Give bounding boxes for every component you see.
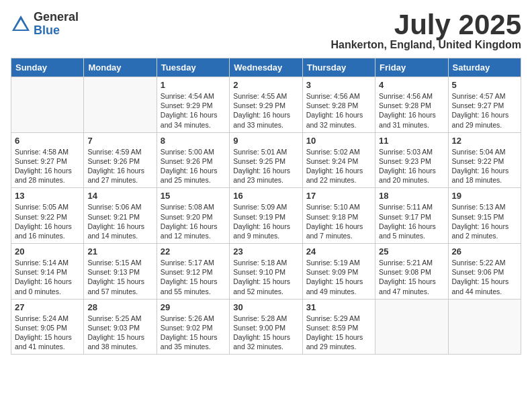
day-info: Sunrise: 4:54 AMSunset: 9:29 PMDaylight:… [161, 91, 226, 130]
calendar-cell [375, 299, 448, 355]
calendar-week-2: 6Sunrise: 4:58 AMSunset: 9:27 PMDaylight… [11, 132, 521, 188]
calendar-cell [448, 299, 521, 355]
day-info: Sunrise: 5:00 AMSunset: 9:26 PMDaylight:… [161, 147, 226, 185]
day-number: 10 [306, 136, 371, 146]
day-info: Sunrise: 4:56 AMSunset: 9:28 PMDaylight:… [306, 91, 371, 130]
day-number: 8 [161, 136, 226, 146]
calendar-cell: 17Sunrise: 5:10 AMSunset: 9:18 PMDayligh… [302, 188, 375, 244]
calendar-cell: 27Sunrise: 5:24 AMSunset: 9:05 PMDayligh… [11, 299, 84, 355]
day-number: 26 [452, 246, 517, 257]
calendar-cell: 1Sunrise: 4:54 AMSunset: 9:29 PMDaylight… [157, 77, 229, 133]
calendar-cell: 6Sunrise: 4:58 AMSunset: 9:27 PMDaylight… [11, 132, 84, 188]
day-info: Sunrise: 5:05 AMSunset: 9:22 PMDaylight:… [15, 202, 80, 240]
day-info: Sunrise: 5:26 AMSunset: 9:02 PMDaylight:… [161, 314, 226, 352]
day-number: 21 [87, 246, 152, 257]
day-info: Sunrise: 5:09 AMSunset: 9:19 PMDaylight:… [233, 202, 298, 240]
day-number: 6 [15, 136, 80, 146]
calendar-cell: 22Sunrise: 5:17 AMSunset: 9:12 PMDayligh… [157, 244, 229, 300]
day-info: Sunrise: 5:24 AMSunset: 9:05 PMDaylight:… [15, 314, 80, 352]
day-info: Sunrise: 5:13 AMSunset: 9:15 PMDaylight:… [452, 202, 517, 240]
day-number: 16 [233, 191, 298, 201]
calendar-cell: 12Sunrise: 5:04 AMSunset: 9:22 PMDayligh… [448, 132, 521, 188]
day-number: 19 [452, 191, 517, 201]
calendar-cell: 21Sunrise: 5:15 AMSunset: 9:13 PMDayligh… [84, 244, 157, 300]
calendar-cell: 9Sunrise: 5:01 AMSunset: 9:25 PMDaylight… [230, 132, 302, 188]
day-info: Sunrise: 5:11 AMSunset: 9:17 PMDaylight:… [379, 202, 444, 240]
day-info: Sunrise: 5:18 AMSunset: 9:10 PMDaylight:… [233, 258, 298, 296]
calendar-header-sunday: Sunday [11, 58, 84, 77]
calendar-header-tuesday: Tuesday [157, 58, 229, 77]
day-number: 13 [15, 191, 80, 201]
day-number: 24 [306, 246, 371, 257]
logo: General Blue [11, 11, 79, 38]
day-number: 28 [87, 302, 152, 312]
calendar-cell: 18Sunrise: 5:11 AMSunset: 9:17 PMDayligh… [375, 188, 448, 244]
day-number: 22 [161, 246, 226, 257]
title-area: July 2025 Hankerton, England, United Kin… [330, 11, 521, 51]
calendar-cell: 3Sunrise: 4:56 AMSunset: 9:28 PMDaylight… [302, 77, 375, 133]
calendar-cell: 23Sunrise: 5:18 AMSunset: 9:10 PMDayligh… [230, 244, 302, 300]
day-info: Sunrise: 5:22 AMSunset: 9:06 PMDaylight:… [452, 258, 517, 296]
calendar-cell: 20Sunrise: 5:14 AMSunset: 9:14 PMDayligh… [11, 244, 84, 300]
day-number: 1 [161, 80, 226, 90]
day-number: 18 [379, 191, 444, 201]
day-info: Sunrise: 4:55 AMSunset: 9:29 PMDaylight:… [233, 91, 298, 130]
day-number: 3 [306, 80, 371, 90]
day-number: 17 [306, 191, 371, 201]
day-number: 23 [233, 246, 298, 257]
calendar-header-saturday: Saturday [448, 58, 521, 77]
day-number: 27 [15, 302, 80, 312]
calendar: SundayMondayTuesdayWednesdayThursdayFrid… [11, 58, 521, 355]
location-title: Hankerton, England, United Kingdom [330, 39, 521, 51]
calendar-cell: 29Sunrise: 5:26 AMSunset: 9:02 PMDayligh… [157, 299, 229, 355]
day-info: Sunrise: 5:02 AMSunset: 9:24 PMDaylight:… [306, 147, 371, 185]
logo-blue: Blue [34, 24, 79, 38]
day-info: Sunrise: 5:15 AMSunset: 9:13 PMDaylight:… [87, 258, 152, 296]
day-number: 11 [379, 136, 444, 146]
day-number: 5 [452, 80, 517, 90]
day-number: 4 [379, 80, 444, 90]
day-info: Sunrise: 5:01 AMSunset: 9:25 PMDaylight:… [233, 147, 298, 185]
calendar-cell: 26Sunrise: 5:22 AMSunset: 9:06 PMDayligh… [448, 244, 521, 300]
day-info: Sunrise: 4:57 AMSunset: 9:27 PMDaylight:… [452, 91, 517, 130]
calendar-cell: 13Sunrise: 5:05 AMSunset: 9:22 PMDayligh… [11, 188, 84, 244]
day-number: 14 [87, 191, 152, 201]
calendar-week-1: 1Sunrise: 4:54 AMSunset: 9:29 PMDaylight… [11, 77, 521, 133]
logo-icon [11, 14, 31, 34]
logo-general: General [34, 11, 79, 24]
calendar-cell: 5Sunrise: 4:57 AMSunset: 9:27 PMDaylight… [448, 77, 521, 133]
day-info: Sunrise: 5:28 AMSunset: 9:00 PMDaylight:… [233, 314, 298, 352]
calendar-cell: 25Sunrise: 5:21 AMSunset: 9:08 PMDayligh… [375, 244, 448, 300]
calendar-cell: 2Sunrise: 4:55 AMSunset: 9:29 PMDaylight… [230, 77, 302, 133]
day-info: Sunrise: 5:19 AMSunset: 9:09 PMDaylight:… [306, 258, 371, 296]
calendar-cell: 11Sunrise: 5:03 AMSunset: 9:23 PMDayligh… [375, 132, 448, 188]
day-number: 29 [161, 302, 226, 312]
day-info: Sunrise: 5:04 AMSunset: 9:22 PMDaylight:… [452, 147, 517, 185]
logo-text: General Blue [34, 11, 79, 38]
day-number: 30 [233, 302, 298, 312]
calendar-body: 1Sunrise: 4:54 AMSunset: 9:29 PMDaylight… [11, 77, 521, 355]
day-info: Sunrise: 5:06 AMSunset: 9:21 PMDaylight:… [87, 202, 152, 240]
day-info: Sunrise: 5:03 AMSunset: 9:23 PMDaylight:… [379, 147, 444, 185]
calendar-header-wednesday: Wednesday [230, 58, 302, 77]
calendar-cell: 7Sunrise: 4:59 AMSunset: 9:26 PMDaylight… [84, 132, 157, 188]
calendar-cell: 14Sunrise: 5:06 AMSunset: 9:21 PMDayligh… [84, 188, 157, 244]
header: General Blue July 2025 Hankerton, Englan… [11, 11, 521, 51]
calendar-week-5: 27Sunrise: 5:24 AMSunset: 9:05 PMDayligh… [11, 299, 521, 355]
day-number: 2 [233, 80, 298, 90]
calendar-cell [84, 77, 157, 133]
day-info: Sunrise: 5:17 AMSunset: 9:12 PMDaylight:… [161, 258, 226, 296]
calendar-cell: 15Sunrise: 5:08 AMSunset: 9:20 PMDayligh… [157, 188, 229, 244]
day-info: Sunrise: 4:56 AMSunset: 9:28 PMDaylight:… [379, 91, 444, 130]
calendar-header-thursday: Thursday [302, 58, 375, 77]
calendar-week-3: 13Sunrise: 5:05 AMSunset: 9:22 PMDayligh… [11, 188, 521, 244]
day-info: Sunrise: 5:10 AMSunset: 9:18 PMDaylight:… [306, 202, 371, 240]
calendar-cell: 10Sunrise: 5:02 AMSunset: 9:24 PMDayligh… [302, 132, 375, 188]
day-info: Sunrise: 5:25 AMSunset: 9:03 PMDaylight:… [87, 314, 152, 352]
calendar-cell: 28Sunrise: 5:25 AMSunset: 9:03 PMDayligh… [84, 299, 157, 355]
calendar-cell: 16Sunrise: 5:09 AMSunset: 9:19 PMDayligh… [230, 188, 302, 244]
calendar-cell: 19Sunrise: 5:13 AMSunset: 9:15 PMDayligh… [448, 188, 521, 244]
calendar-cell: 4Sunrise: 4:56 AMSunset: 9:28 PMDaylight… [375, 77, 448, 133]
day-number: 25 [379, 246, 444, 257]
day-number: 12 [452, 136, 517, 146]
